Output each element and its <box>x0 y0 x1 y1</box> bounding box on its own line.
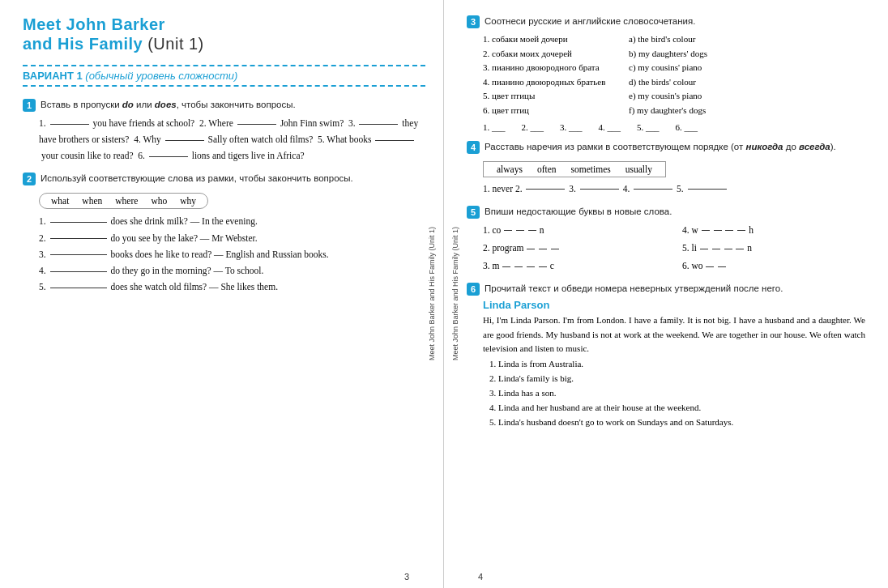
left-panel: Meet John Barker and His Family (Unit 1)… <box>0 0 444 588</box>
ex1-header: 1 Вставь в пропуски do или does, чтобы з… <box>23 98 425 112</box>
exercise-5: 5 Впиши недостающие буквы в новые слова.… <box>467 205 865 274</box>
exercise-3: 3 Соотнеси русские и английские словосоч… <box>467 15 865 132</box>
right-content: 3 Соотнеси русские и английские словосоч… <box>462 15 865 429</box>
variant-bar: ВАРИАНТ 1 (обычный уровень сложности) <box>23 65 425 87</box>
ex4-number: 4 <box>467 141 480 154</box>
spine-left: Meet John Barker and His Family (Unit 1) <box>421 0 443 588</box>
page-num-left: 3 <box>404 572 409 582</box>
ex5-number: 5 <box>467 206 480 219</box>
title-unit: (Unit 1) <box>143 35 204 53</box>
ex3-header: 3 Соотнеси русские и английские словосоч… <box>467 15 865 28</box>
ex1-instruction: Вставь в пропуски do или does, чтобы зак… <box>41 98 296 111</box>
ex6-statements: 1. Linda is from Australia. 2. Linda's f… <box>467 356 865 430</box>
exercise-6: 6 Прочитай текст и обведи номера неверны… <box>467 282 865 429</box>
ex5-grid: 1. co n 4. w h 2. program 5. li n 3. m c… <box>467 222 865 274</box>
ex4-instruction: Расставь наречия из рамки в соответствую… <box>485 140 836 153</box>
statement-5: 5. Linda's husband doesn't go to work on… <box>489 415 865 429</box>
ex3-instruction: Соотнеси русские и английские словосочет… <box>485 15 695 28</box>
ex3-match-right: a) the bird's colour b) my daughters' do… <box>629 32 758 118</box>
spine-text-right: Meet John Barker and His Family (Unit 1) <box>451 227 459 360</box>
page-num-right: 4 <box>478 572 483 582</box>
ex3-number: 3 <box>467 15 480 28</box>
spine-text-left: Meet John Barker and His Family (Unit 1) <box>428 227 436 360</box>
ex4-header: 4 Расставь наречия из рамки в соответств… <box>467 140 865 154</box>
right-panel: Meet John Barker and His Family (Unit 1)… <box>444 0 888 588</box>
ex1-number: 1 <box>23 99 36 112</box>
exercise-1: 1 Вставь в пропуски do или does, чтобы з… <box>23 98 425 164</box>
statement-3: 3. Linda has a son. <box>489 386 865 400</box>
ex3-answers: 1. ___ 2. ___ 3. ___ 4. ___ 5. ___ 6. __… <box>467 122 865 132</box>
exercise-2: 2 Используй соответствующие слова из рам… <box>23 172 425 295</box>
ex4-body: 1. never 2. 3. 4. 5. <box>467 181 865 197</box>
ex2-body: 1. does she drink milk? — In the evening… <box>23 213 425 295</box>
statement-2: 2. Linda's family is big. <box>489 371 865 386</box>
ex3-match-left: 1. собаки моей дочери 2. собаки моих доч… <box>483 32 621 118</box>
ex6-text: Hi, I'm Linda Parson. I'm from London. I… <box>467 313 865 356</box>
ex2-number: 2 <box>23 173 36 185</box>
title-line1: Meet John Barker <box>23 15 425 34</box>
ex3-match-table: 1. собаки моей дочери 2. собаки моих доч… <box>483 32 865 118</box>
ex6-instruction: Прочитай текст и обведи номера неверных … <box>485 282 783 295</box>
title-line2: and His Family (Unit 1) <box>23 34 425 53</box>
statement-1: 1. Linda is from Australia. <box>489 356 865 371</box>
ex4-adverb-box: always often sometimes usually <box>483 161 666 177</box>
page-container: Meet John Barker and His Family (Unit 1)… <box>0 0 888 588</box>
ex1-body: 1. you have friends at school? 2. Where … <box>23 115 425 164</box>
ex2-word-box: what when where who why <box>39 193 208 209</box>
ex5-instruction: Впиши недостающие буквы в новые слова. <box>485 205 672 218</box>
exercise-4: 4 Расставь наречия из рамки в соответств… <box>467 140 865 197</box>
ex5-header: 5 Впиши недостающие буквы в новые слова. <box>467 205 865 219</box>
ex2-header: 2 Используй соответствующие слова из рам… <box>23 172 425 185</box>
ex6-title: Linda Parson <box>483 299 865 311</box>
ex6-number: 6 <box>467 283 480 296</box>
statement-4: 4. Linda and her husband are at their ho… <box>489 400 865 415</box>
spine-right: Meet John Barker and His Family (Unit 1) <box>444 0 467 588</box>
ex6-header: 6 Прочитай текст и обведи номера неверны… <box>467 282 865 296</box>
title-block: Meet John Barker and His Family (Unit 1) <box>23 15 425 53</box>
ex2-instruction: Используй соответствующие слова из рамки… <box>41 172 353 185</box>
